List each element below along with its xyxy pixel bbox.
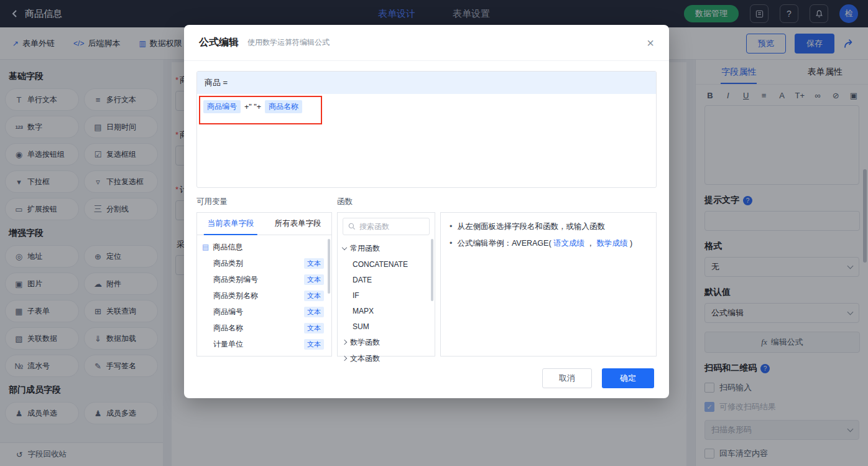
help-text: 从左侧面板选择字段名和函数，或输入函数 xyxy=(457,220,605,233)
type-badge: 文本 xyxy=(304,339,324,350)
function-group-math[interactable]: 数学函数 xyxy=(338,334,435,350)
formula-editor-dialog: 公式编辑 使用数学运算符编辑公式 × 商品 = 商品编号 +" "+ 商品名称 … xyxy=(184,25,669,398)
functions-panel: 常用函数 CONCATENATE DATE IF MAPX SUM 数学函数 文… xyxy=(337,212,435,356)
variable-group-row[interactable]: ▤ 商品信息 xyxy=(197,239,331,255)
functions-scrollbar[interactable] xyxy=(431,239,433,301)
bullet-icon: • xyxy=(450,237,452,250)
variable-row[interactable]: 商品类别编号文本 xyxy=(197,271,331,287)
function-item[interactable]: SUM xyxy=(338,319,435,334)
help-example-comma: ， xyxy=(587,239,595,248)
variables-panel: 当前表单字段 所有表单字段 ▤ 商品信息 商品类别文本 商品类别编号文本 商品类… xyxy=(196,212,332,356)
variable-row[interactable]: 商品类别文本 xyxy=(197,255,331,271)
function-search-input[interactable] xyxy=(359,222,422,231)
chevron-right-icon xyxy=(342,340,347,345)
tab-all-form-fields[interactable]: 所有表单字段 xyxy=(264,213,331,235)
search-icon xyxy=(348,223,356,230)
variables-scrollbar[interactable] xyxy=(328,239,330,294)
variable-name: 商品编号 xyxy=(213,307,243,317)
document-icon: ▤ xyxy=(202,243,209,251)
bullet-icon: • xyxy=(450,220,452,233)
type-badge: 文本 xyxy=(304,258,324,269)
cancel-button[interactable]: 取消 xyxy=(542,368,592,388)
tab-current-form-fields[interactable]: 当前表单字段 xyxy=(197,213,264,235)
type-badge: 文本 xyxy=(304,307,324,317)
formula-input-area[interactable]: 商品编号 +" "+ 商品名称 xyxy=(197,94,656,187)
variable-row[interactable]: 商品名称文本 xyxy=(197,320,331,336)
function-search xyxy=(343,218,430,235)
variable-group-label: 商品信息 xyxy=(213,242,242,253)
function-item[interactable]: CONCATENATE xyxy=(338,256,435,272)
function-item[interactable]: DATE xyxy=(338,272,435,287)
type-badge: 文本 xyxy=(304,323,324,333)
help-example: 公式编辑举例：AVERAGE( 语文成绩 ， 数学成绩 ) xyxy=(457,237,632,250)
dialog-subtitle: 使用数学运算符编辑公式 xyxy=(247,37,330,48)
variable-name: 商品类别名称 xyxy=(213,291,258,301)
functions-label: 函数 xyxy=(337,197,353,207)
variable-row[interactable]: 计量单位文本 xyxy=(197,336,331,352)
help-example-prefix: 公式编辑举例：AVERAGE( xyxy=(457,239,551,248)
help-example-suffix: ) xyxy=(630,239,632,248)
variable-name: 商品类别 xyxy=(213,258,243,269)
dialog-title: 公式编辑 xyxy=(199,36,239,49)
example-field-chinese: 语文成绩 xyxy=(553,239,584,248)
function-item[interactable]: IF xyxy=(338,287,435,303)
formula-operator: +" "+ xyxy=(244,103,261,111)
function-group-common[interactable]: 常用函数 xyxy=(338,240,435,256)
variable-name: 计量单位 xyxy=(213,339,243,350)
formula-target: 商品 = xyxy=(197,72,656,94)
function-item[interactable]: MAPX xyxy=(338,303,435,319)
formula-field-chip[interactable]: 商品名称 xyxy=(265,100,302,113)
type-badge: 文本 xyxy=(304,274,324,285)
formula-field-chip[interactable]: 商品编号 xyxy=(203,100,241,113)
variable-name: 商品类别编号 xyxy=(213,274,258,285)
function-group-label: 常用函数 xyxy=(350,243,380,254)
variables-label: 可用变量 xyxy=(196,197,337,207)
type-badge: 文本 xyxy=(304,291,324,301)
variable-row[interactable]: 商品类别名称文本 xyxy=(197,287,331,304)
example-field-math: 数学成绩 xyxy=(597,239,628,248)
close-icon[interactable]: × xyxy=(647,37,654,49)
variable-name: 商品名称 xyxy=(213,323,243,333)
formula-editor-box: 商品 = 商品编号 +" "+ 商品名称 xyxy=(196,71,657,188)
function-group-label: 数学函数 xyxy=(350,337,380,348)
confirm-button[interactable]: 确定 xyxy=(602,368,654,388)
variable-row[interactable]: 商品编号文本 xyxy=(197,304,331,320)
chevron-down-icon xyxy=(342,245,347,249)
formula-help-panel: • 从左侧面板选择字段名和函数，或输入函数 • 公式编辑举例：AVERAGE( … xyxy=(440,212,657,356)
